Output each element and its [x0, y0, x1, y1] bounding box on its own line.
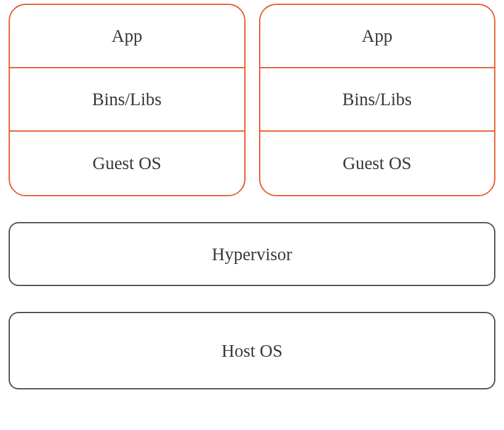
vm2-app-layer: App — [260, 5, 495, 68]
vm1-guestos-layer: Guest OS — [10, 132, 244, 195]
vm2-bins-layer: Bins/Libs — [260, 68, 495, 132]
vm1-guestos-label: Guest OS — [92, 153, 161, 173]
vm1-bins-label: Bins/Libs — [92, 89, 162, 109]
vm2-guestos-layer: Guest OS — [260, 132, 495, 195]
vm-box-2: App Bins/Libs Guest OS — [259, 4, 496, 196]
vm1-app-label: App — [111, 26, 142, 46]
hostos-layer: Host OS — [9, 312, 495, 389]
hypervisor-layer: Hypervisor — [9, 222, 495, 286]
vm-box-1: App Bins/Libs Guest OS — [9, 4, 246, 196]
vm1-bins-layer: Bins/Libs — [10, 68, 244, 132]
vm2-guestos-label: Guest OS — [343, 153, 412, 173]
vm2-app-label: App — [362, 26, 393, 46]
virtualization-diagram: App Bins/Libs Guest OS App Bins/Libs Gue… — [9, 4, 495, 426]
vm2-bins-label: Bins/Libs — [342, 89, 412, 109]
vm1-app-layer: App — [10, 5, 244, 68]
hypervisor-label: Hypervisor — [212, 244, 292, 265]
hostos-label: Host OS — [222, 341, 282, 361]
vms-row: App Bins/Libs Guest OS App Bins/Libs Gue… — [9, 4, 495, 196]
